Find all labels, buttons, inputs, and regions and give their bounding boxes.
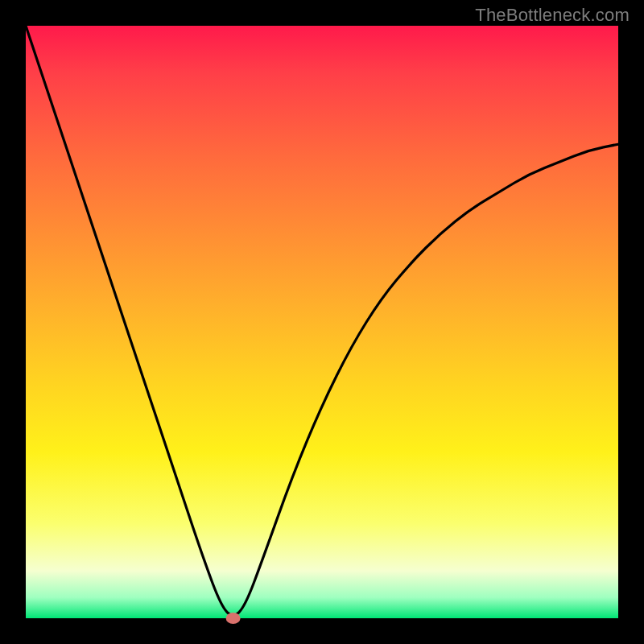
plot-area (26, 26, 618, 618)
watermark-text: TheBottleneck.com (475, 5, 630, 26)
optimal-point-marker (226, 613, 241, 624)
curve-svg (26, 26, 618, 618)
chart-frame: TheBottleneck.com (0, 0, 644, 644)
bottleneck-curve (26, 26, 618, 615)
